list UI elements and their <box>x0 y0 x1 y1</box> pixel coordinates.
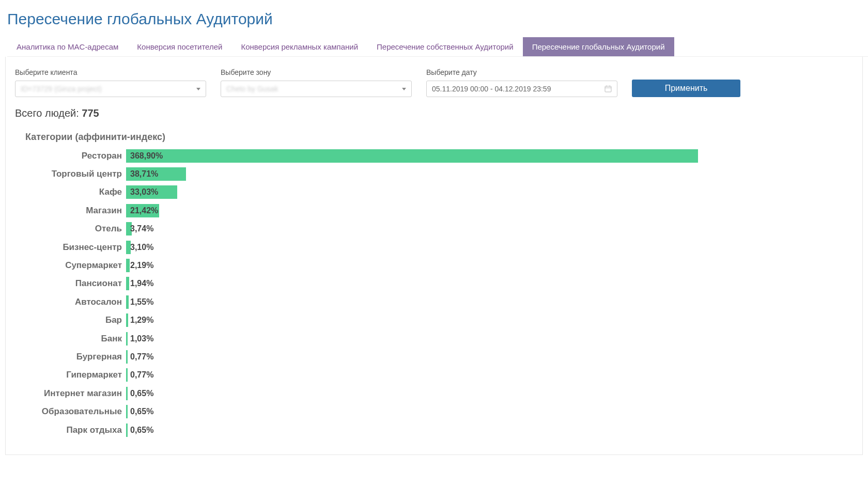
chart-bar-value: 21,42% <box>130 206 158 215</box>
tab-4[interactable]: Пересечение глобальных Аудиторий <box>523 37 674 56</box>
chart-bar-value: 1,03% <box>130 334 153 343</box>
zone-value: Cheto by Gusak <box>226 85 278 93</box>
chart-bar-area: 3,10% <box>126 241 853 254</box>
chart-row: Бизнес-центр3,10% <box>15 238 853 256</box>
zone-field: Выберите зону Cheto by Gusak <box>221 68 412 97</box>
chart-bar <box>126 387 128 400</box>
chart-bar <box>126 259 130 272</box>
chart-bar-area: 1,29% <box>126 313 853 327</box>
client-label: Выберите клиента <box>15 68 206 76</box>
caret-down-icon <box>196 88 200 90</box>
chart-bar-area: 0,65% <box>126 423 853 437</box>
chart-row-label: Магазин <box>15 206 126 216</box>
chart-bar-area: 0,77% <box>126 350 853 364</box>
chart-bar-value: 0,77% <box>130 352 153 362</box>
chart-bar-value: 368,90% <box>130 151 163 161</box>
tabs: Аналитика по MAC-адресамКонверсия посети… <box>7 37 868 57</box>
chart-row: Образовательные0,65% <box>15 402 853 420</box>
date-field: Выберите дату 05.11.2019 00:00 - 04.12.2… <box>426 68 617 97</box>
chart-row: Бургерная0,77% <box>15 348 853 366</box>
chart-row: Гипермаркет0,77% <box>15 366 853 384</box>
chart-bar <box>126 313 128 327</box>
chart-row-label: Отель <box>15 224 126 234</box>
chart-row: Интернет магазин0,65% <box>15 384 853 402</box>
chart-row: Банк1,03% <box>15 330 853 348</box>
chart-bar-area: 368,90% <box>126 149 853 163</box>
chart-bar-value: 0,65% <box>130 426 153 435</box>
chart-row-label: Торговый центр <box>15 169 126 179</box>
zone-label: Выберите зону <box>221 68 412 76</box>
date-range-input[interactable]: 05.11.2019 00:00 - 04.12.2019 23:59 <box>426 81 617 97</box>
chart-row: Кафе33,03% <box>15 183 853 201</box>
caret-down-icon <box>402 88 406 90</box>
tab-1[interactable]: Конверсия посетителей <box>128 37 231 56</box>
chart-bar-value: 0,77% <box>130 370 153 380</box>
chart-bar-value: 1,94% <box>130 279 153 288</box>
chart-row-label: Пансионат <box>15 278 126 289</box>
chart-bar-area: 1,55% <box>126 295 853 309</box>
chart-title: Категории (аффинити-индекс) <box>25 132 853 143</box>
chart-bar <box>126 350 128 364</box>
chart-row-label: Гипермаркет <box>15 370 126 380</box>
tab-3[interactable]: Пересечение собственных Аудиторий <box>367 37 523 56</box>
chart-row: Пансионат1,94% <box>15 275 853 293</box>
chart-row: Автосалон1,55% <box>15 293 853 311</box>
chart-bar-area: 1,94% <box>126 277 853 290</box>
chart-bar-area: 0,65% <box>126 387 853 400</box>
chart-bar-area: 3,74% <box>126 222 853 236</box>
chart-row: Парк отдыха0,65% <box>15 421 853 439</box>
chart-bar <box>126 295 129 309</box>
date-value: 05.11.2019 00:00 - 04.12.2019 23:59 <box>432 85 551 93</box>
chart-bar <box>126 332 128 346</box>
chart-row: Отель3,74% <box>15 220 853 238</box>
chart-row-label: Ресторан <box>15 151 126 161</box>
svg-rect-0 <box>605 86 611 92</box>
content-panel: Выберите клиента ID=73729 (Ginza project… <box>5 57 863 455</box>
chart-bar-area: 38,71% <box>126 167 853 181</box>
chart-row: Торговый центр38,71% <box>15 165 853 183</box>
chart-row-label: Автосалон <box>15 297 126 307</box>
chart-row-label: Образовательные <box>15 406 126 417</box>
date-label: Выберите дату <box>426 68 617 76</box>
chart-row-label: Интернет магазин <box>15 388 126 399</box>
total-value: 775 <box>82 107 99 119</box>
chart-bar-value: 2,19% <box>130 261 153 270</box>
chart-bar-value: 1,55% <box>130 297 153 307</box>
chart-bar-value: 0,65% <box>130 407 153 416</box>
filters-row: Выберите клиента ID=73729 (Ginza project… <box>15 68 853 97</box>
tab-0[interactable]: Аналитика по MAC-адресам <box>7 37 128 56</box>
calendar-icon <box>605 85 612 92</box>
chart-row-label: Кафе <box>15 187 126 197</box>
chart-bar-value: 3,74% <box>130 224 153 233</box>
chart-row-label: Банк <box>15 334 126 344</box>
chart-bar <box>126 277 129 290</box>
chart-bar-area: 2,19% <box>126 259 853 272</box>
chart-bar-area: 33,03% <box>126 185 853 199</box>
chart-bar <box>126 423 128 437</box>
chart-bar-area: 0,65% <box>126 405 853 418</box>
page-title: Пересечение глобальных Аудиторий <box>7 10 868 28</box>
chart-bar-area: 21,42% <box>126 204 853 217</box>
client-field: Выберите клиента ID=73729 (Ginza project… <box>15 68 206 97</box>
chart-row: Супермаркет2,19% <box>15 256 853 274</box>
chart-row-label: Парк отдыха <box>15 425 126 435</box>
chart-bar <box>126 405 128 418</box>
client-select[interactable]: ID=73729 (Ginza project) <box>15 81 206 97</box>
chart-row: Магазин21,42% <box>15 201 853 219</box>
apply-button[interactable]: Применить <box>632 80 740 97</box>
chart-bar-area: 0,77% <box>126 368 853 382</box>
chart-bar-value: 1,29% <box>130 316 153 325</box>
zone-select[interactable]: Cheto by Gusak <box>221 81 412 97</box>
chart-row-label: Бар <box>15 315 126 325</box>
chart-bar-value: 33,03% <box>130 187 158 197</box>
chart-bar <box>126 149 698 163</box>
chart-bar-area: 1,03% <box>126 332 853 346</box>
tab-2[interactable]: Конверсия рекламных кампаний <box>231 37 367 56</box>
chart-bar-value: 3,10% <box>130 243 153 252</box>
total-people: Всего людей: 775 <box>15 107 853 119</box>
total-label: Всего людей: <box>15 107 82 119</box>
chart-bar-value: 0,65% <box>130 389 153 398</box>
chart-row-label: Супермаркет <box>15 260 126 271</box>
client-value: ID=73729 (Ginza project) <box>21 85 102 93</box>
affinity-chart: Ресторан368,90%Торговый центр38,71%Кафе3… <box>15 147 853 439</box>
